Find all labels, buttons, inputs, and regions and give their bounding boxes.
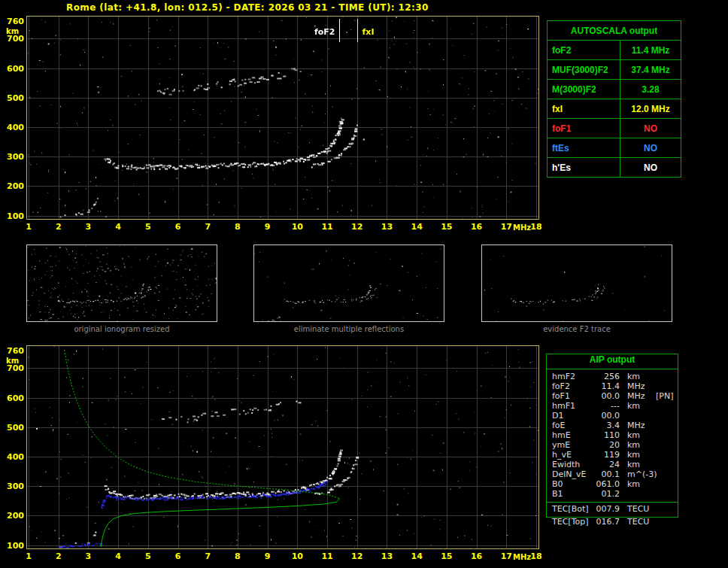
x-tick-label: 2 [56, 551, 62, 561]
autoscala-app: Rome (lat: +41.8, lon: 012.5) - DATE: 20… [0, 0, 728, 568]
x-tick-label: 11 [321, 551, 332, 561]
x-tick-label: 14 [411, 222, 423, 232]
param-label: foF1 [548, 119, 620, 138]
table-row: B0061.0km [552, 479, 678, 489]
x-tick-label: 9 [265, 222, 271, 232]
param-label: foF1 [552, 391, 596, 401]
thumbnail-eliminate-reflections [253, 245, 444, 322]
x-tick-label: 3 [86, 222, 92, 232]
x-tick-label: 7 [205, 551, 211, 561]
x-tick-label: 15 [441, 222, 452, 232]
param-label: D1 [552, 411, 596, 421]
param-label: hmF1 [552, 401, 596, 411]
param-value: 110 [596, 430, 620, 440]
y-tick-label: 760 [4, 17, 24, 26]
x-tick-label: 5 [145, 222, 151, 232]
table-row: h_vE119km [552, 450, 678, 460]
param-value: 00.0 [596, 411, 620, 421]
table-row: foF211.4 MHz [548, 41, 681, 60]
param-note [656, 401, 678, 411]
table-row: TEC[Top] 016.7 TECU [547, 517, 677, 527]
param-note [657, 469, 678, 479]
x-tick-label: 8 [235, 222, 241, 232]
param-unit [627, 411, 656, 421]
x-tick-label: 13 [381, 551, 393, 561]
param-label: h_vE [552, 450, 596, 460]
param-note [656, 430, 678, 440]
x-tick-label: 10 [292, 551, 303, 561]
x-tick-label: 2 [56, 222, 62, 232]
station-title: Rome (lat: +41.8, lon: 012.5) - DATE: 20… [66, 2, 429, 13]
table-row: ftEsNO [548, 138, 681, 158]
x-tick-label: 4 [115, 551, 121, 561]
x-tick-label: 17 [501, 551, 512, 561]
param-value: NO [620, 138, 681, 158]
param-note [656, 489, 678, 499]
y-tick-label: 500 [4, 93, 24, 103]
param-value: 01.2 [596, 489, 620, 499]
thumbnail-caption: original ionogram resized [26, 325, 217, 333]
param-value: 007.9 [596, 504, 620, 514]
y-tick-label: 600 [4, 64, 24, 74]
aip-output-table: AIP output hmF2256kmfoF211.4MHzfoF100.0M… [546, 354, 678, 518]
x-tick-label: 13 [381, 222, 393, 232]
thumbnail-evidence-f2-trace [481, 245, 672, 322]
x-tick-label: 12 [351, 551, 362, 561]
table-row: foE3.4MHz [552, 421, 678, 430]
y-tick-label: 100 [4, 541, 24, 551]
param-label: fxI [548, 99, 620, 119]
param-note [656, 372, 678, 381]
param-value: 00.1 [596, 469, 620, 479]
param-unit: km [627, 372, 656, 381]
param-unit: km [627, 440, 656, 450]
x-axis-unit: MHz [513, 553, 531, 561]
y-tick-label: 400 [4, 123, 24, 132]
y-tick-label: 200 [4, 511, 24, 521]
thumbnail-caption: evidence F2 trace [481, 325, 672, 333]
x-tick-label: 11 [321, 222, 332, 232]
y-tick-label: 700 [4, 34, 24, 44]
table-row: D100.0 [552, 411, 678, 421]
param-value: 3.28 [620, 80, 681, 99]
top-ionogram-canvas [27, 17, 538, 219]
autoscala-output-table: AUTOSCALA output foF211.4 MHzMUF(3000)F2… [547, 20, 681, 178]
x-tick-label: 15 [441, 551, 452, 561]
param-label: h'Es [548, 158, 620, 178]
x-tick-label: 10 [292, 222, 303, 232]
param-note [656, 440, 678, 450]
param-label: foF2 [548, 41, 620, 60]
param-value: --- [596, 401, 620, 411]
param-label: Ewidth [552, 460, 596, 469]
y-tick-label: 700 [4, 363, 24, 373]
param-value: 24 [596, 460, 620, 469]
table-row: fxI12.0 MHz [548, 99, 681, 119]
x-tick-label: 3 [86, 551, 92, 561]
aip-table-title: AIP output [547, 354, 678, 369]
y-tick-label: 500 [4, 423, 24, 433]
param-label: DelN_vE [552, 469, 596, 479]
thumbnail-canvas [482, 245, 672, 321]
y-tick-label: 100 [4, 211, 24, 221]
table-row: foF211.4MHz [552, 381, 678, 391]
thumbnail-canvas [27, 245, 217, 321]
y-tick-label: 200 [4, 181, 24, 191]
param-value: 11.4 MHz [620, 41, 681, 60]
param-value: 11.4 [596, 381, 620, 391]
param-label: hmF2 [552, 372, 596, 381]
table-row: h'EsNO [548, 158, 681, 178]
param-value: 016.7 [596, 517, 620, 527]
table-row: foF1NO [548, 119, 681, 138]
param-unit: km [627, 430, 656, 440]
param-note [656, 460, 678, 469]
param-value: 20 [596, 440, 620, 450]
x-tick-label: 16 [471, 551, 482, 561]
param-label: TEC[Bot] [552, 504, 596, 514]
param-unit: km [627, 450, 656, 460]
param-value: 37.4 MHz [620, 60, 681, 80]
param-label: foF2 [552, 381, 596, 391]
table-row: hmF1---km [552, 401, 678, 411]
y-tick-label: 760 [4, 346, 24, 356]
x-tick-label: 18 [530, 222, 541, 232]
param-note [656, 450, 678, 460]
x-tick-label: 14 [411, 551, 423, 561]
